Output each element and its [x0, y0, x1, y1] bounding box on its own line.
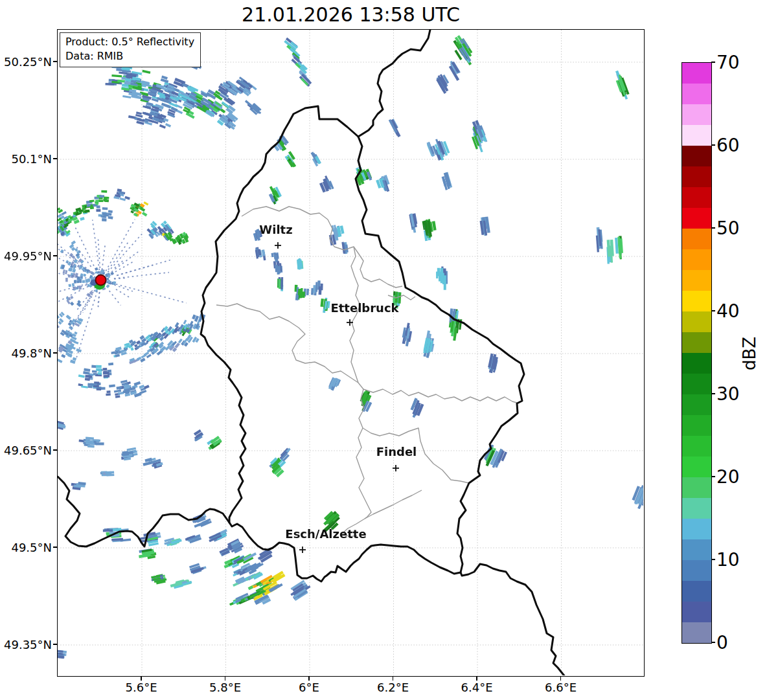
colorbar-segment — [682, 374, 711, 394]
colorbar-segment — [682, 457, 711, 477]
y-axis-tick — [53, 255, 57, 256]
x-axis-tick-label: 6°E — [280, 681, 338, 694]
y-axis-tick — [53, 352, 57, 354]
colorbar-segment — [682, 84, 711, 104]
y-axis-tick-label: 50.1°N — [0, 152, 52, 166]
city-findel: Findel — [376, 445, 417, 471]
colorbar-segment — [682, 166, 711, 187]
radar-figure: 21.01.2026 13:58 UTC WiltzEttelbruckFind… — [0, 0, 767, 700]
x-axis-tick-label: 5.6°E — [112, 681, 170, 694]
city-label: Findel — [376, 445, 417, 458]
city-label: Esch/Alzette — [285, 527, 366, 541]
city-esch-alzette: Esch/Alzette — [285, 527, 366, 553]
colorbar-segment — [682, 498, 711, 519]
y-axis-tick-label: 49.5°N — [0, 541, 52, 554]
x-axis-tick-label: 6.6°E — [532, 681, 590, 694]
colorbar-tick — [711, 62, 715, 63]
colorbar-tick-label: 40 — [716, 300, 740, 322]
colorbar-segment — [682, 353, 711, 374]
colorbar-segment — [682, 415, 711, 436]
colorbar-segment — [682, 311, 711, 332]
colorbar-segment — [682, 560, 711, 581]
colorbar-tick — [711, 642, 715, 643]
colorbar-axis-label: dBZ — [740, 337, 759, 370]
colorbar-tick-label: 50 — [716, 218, 740, 239]
x-axis-tick — [476, 677, 477, 681]
colorbar-tick-label: 10 — [716, 549, 740, 570]
colorbar-segment — [682, 104, 711, 125]
x-axis-tick — [393, 677, 394, 681]
colorbar-tick-label: 60 — [716, 135, 740, 156]
colorbar-segment — [682, 63, 711, 84]
y-axis-tick-label: 49.35°N — [0, 638, 52, 651]
colorbar-segment — [682, 602, 711, 622]
city-label: Wiltz — [259, 223, 292, 236]
colorbar-segment — [682, 208, 711, 229]
colorbar-segment — [682, 477, 711, 498]
colorbar-segment — [682, 581, 711, 602]
colorbar-tick-label: 20 — [716, 466, 740, 488]
colorbar-segment — [682, 270, 711, 291]
colorbar-segment — [682, 229, 711, 249]
x-axis-tick — [141, 677, 142, 681]
colorbar-tick-label: 30 — [716, 383, 740, 405]
y-axis-tick-label: 49.8°N — [0, 346, 52, 360]
y-axis-tick-label: 49.65°N — [0, 444, 52, 457]
colorbar-tick — [711, 310, 715, 311]
x-axis-tick-label: 6.2°E — [364, 681, 422, 694]
x-axis-tick — [225, 677, 226, 681]
x-axis-tick-label: 6.4°E — [448, 681, 506, 694]
city-ettelbruck: Ettelbruck — [330, 301, 399, 326]
x-axis-tick-label: 5.8°E — [196, 681, 255, 694]
colorbar-segment — [682, 394, 711, 415]
page-title: 21.01.2026 13:58 UTC — [57, 3, 645, 27]
colorbar-segment — [682, 146, 711, 166]
y-axis-tick — [53, 644, 57, 645]
colorbar-tick-label: 0 — [716, 632, 728, 653]
gridlines — [58, 30, 643, 675]
colorbar-segment — [682, 187, 711, 208]
radar-map-canvas: WiltzEttelbruckFindelEsch/Alzette — [58, 30, 643, 675]
colorbar — [681, 62, 712, 644]
colorbar-tick — [711, 227, 715, 229]
info-box: Product: 0.5° Reflectivity Data: RMIB — [60, 32, 201, 67]
y-axis-tick — [53, 449, 57, 451]
info-product: Product: 0.5° Reflectivity — [65, 35, 194, 49]
colorbar-segment — [682, 622, 711, 643]
y-axis-tick — [53, 158, 57, 159]
colorbar-tick — [711, 476, 715, 477]
colorbar-segment — [682, 249, 711, 270]
x-axis-tick — [308, 677, 310, 681]
info-source: Data: RMIB — [65, 49, 194, 63]
y-axis-tick — [53, 61, 57, 62]
colorbar-segment — [682, 291, 711, 311]
colorbar-segment — [682, 539, 711, 560]
colorbar-segment — [682, 332, 711, 353]
y-axis-tick-label: 50.25°N — [0, 55, 52, 69]
colorbar-segment — [682, 436, 711, 457]
colorbar-segment — [682, 125, 711, 146]
x-axis-tick — [560, 677, 562, 681]
colorbar-tick — [711, 144, 715, 146]
colorbar-tick — [711, 559, 715, 560]
city-label: Ettelbruck — [330, 301, 399, 315]
country-borders — [58, 30, 566, 675]
city-wiltz: Wiltz — [259, 223, 292, 249]
colorbar-tick — [711, 393, 715, 394]
plot-area: WiltzEttelbruckFindelEsch/Alzette — [57, 29, 645, 677]
y-axis-tick — [53, 547, 57, 548]
colorbar-segment — [682, 519, 711, 539]
colorbar-tick-label: 70 — [716, 52, 740, 73]
y-axis-tick-label: 49.95°N — [0, 249, 52, 263]
